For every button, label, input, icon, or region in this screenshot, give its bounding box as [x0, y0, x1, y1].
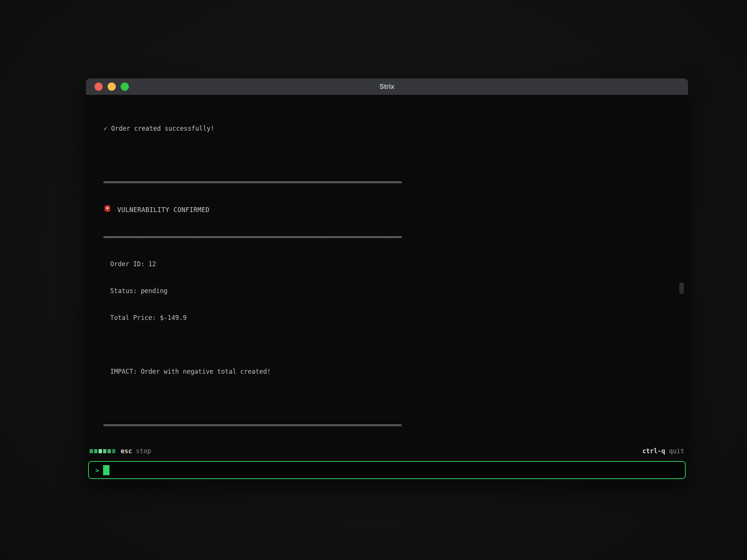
separator-line: ════════════════════════════════════════… — [103, 421, 688, 430]
total-price-line: Total Price: $-149.9 — [103, 313, 688, 322]
quit-hint: ctrl-q quit — [642, 447, 684, 455]
activity-spinner — [90, 449, 115, 453]
scrollbar-thumb[interactable] — [679, 283, 684, 294]
esc-action-label: stop — [136, 447, 151, 455]
spinner-segment — [103, 449, 106, 453]
vulnerability-confirmed-banner: VULNERABILITY CONFIRMED — [103, 205, 688, 215]
titlebar: Strix — [86, 78, 688, 95]
esc-key-hint[interactable]: esc — [121, 447, 132, 455]
spinner-segment — [90, 449, 93, 453]
siren-icon — [103, 205, 111, 215]
traffic-lights — [94, 83, 129, 91]
spinner-segment — [112, 449, 115, 453]
close-button[interactable] — [94, 83, 103, 91]
minimize-button[interactable] — [108, 83, 116, 91]
terminal-output: ✓ Order created successfully! ══════════… — [86, 95, 688, 443]
spinner-segment — [94, 449, 97, 453]
quit-action-label: quit — [669, 447, 684, 455]
prompt-symbol: > — [95, 466, 99, 474]
order-success-message: ✓ Order created successfully! — [103, 124, 688, 133]
spinner-segment — [108, 449, 111, 453]
command-input[interactable]: > — [88, 461, 686, 479]
quit-key-hint[interactable]: ctrl-q — [642, 447, 665, 455]
window-title: Strix — [86, 83, 688, 91]
maximize-button[interactable] — [121, 83, 129, 91]
status-bar: esc stop ctrl-q quit — [86, 443, 688, 459]
app-window: Strix ✓ Order created successfully! ════… — [86, 78, 688, 481]
impact-line: IMPACT: Order with negative total create… — [103, 367, 688, 376]
spinner-segment — [99, 449, 102, 453]
text-cursor — [103, 465, 109, 475]
order-id-line: Order ID: 12 — [103, 259, 688, 268]
separator-line: ════════════════════════════════════════… — [103, 178, 688, 187]
separator-line: ════════════════════════════════════════… — [103, 233, 688, 242]
vulnerability-confirmed-label: VULNERABILITY CONFIRMED — [117, 205, 210, 214]
order-status-line: Status: pending — [103, 286, 688, 295]
